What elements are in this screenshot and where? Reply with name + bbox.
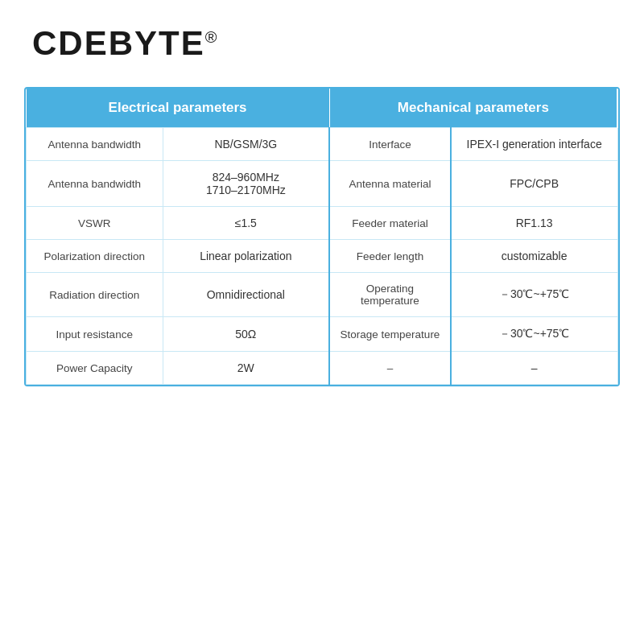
mech-label-0: Interface [329,128,451,161]
elec-value-3: Linear polarization [163,240,329,273]
mech-value-5: －30℃~+75℃ [451,317,617,352]
registered-symbol: ® [205,28,219,46]
table-header-row: Electrical parameters Mechanical paramet… [27,89,618,128]
elec-label-6: Power Capacity [27,352,163,385]
mech-value-4: －30℃~+75℃ [451,273,617,317]
mech-value-3: customizable [451,240,617,273]
mech-label-1: Antenna material [329,161,451,207]
elec-label-2: VSWR [27,207,163,240]
elec-value-5: 50Ω [163,317,329,352]
table-row: Radiation direction Omnidirectional Oper… [27,273,618,317]
elec-label-4: Radiation direction [27,273,163,317]
specs-table: Electrical parameters Mechanical paramet… [26,89,618,385]
table-row: Polarization direction Linear polarizati… [27,240,618,273]
mech-label-3: Feeder length [329,240,451,273]
mech-label-4: Operating temperature [329,273,451,317]
elec-value-0: NB/GSM/3G [163,128,329,161]
mech-value-1: FPC/CPB [451,161,617,207]
brand-logo: CDEBYTE® [32,24,218,62]
page-wrapper: CDEBYTE® Electrical parameters Mechanica… [0,0,644,644]
mech-label-2: Feeder material [329,207,451,240]
table-row: Antenna bandwidth 824–960MHz1710–2170MHz… [27,161,618,207]
table-row: Antenna bandwidth NB/GSM/3G Interface IP… [27,128,618,161]
mech-label-6: – [329,352,451,385]
table-body: Antenna bandwidth NB/GSM/3G Interface IP… [27,128,618,385]
brand-name: CDEBYTE [32,24,205,62]
elec-value-4: Omnidirectional [163,273,329,317]
table-row: Power Capacity 2W – – [27,352,618,385]
elec-value-2: ≤1.5 [163,207,329,240]
elec-value-1: 824–960MHz1710–2170MHz [163,161,329,207]
elec-label-3: Polarization direction [27,240,163,273]
specs-table-container: Electrical parameters Mechanical paramet… [24,87,620,386]
mech-value-6: – [451,352,617,385]
table-row: Input resistance 50Ω Storage temperature… [27,317,618,352]
logo-area: CDEBYTE® [24,16,620,79]
elec-label-1: Antenna bandwidth [27,161,163,207]
elec-label-5: Input resistance [27,317,163,352]
mech-label-5: Storage temperature [329,317,451,352]
mechanical-params-header: Mechanical parameters [329,89,617,128]
elec-value-6: 2W [163,352,329,385]
elec-label-0: Antenna bandwidth [27,128,163,161]
mech-value-2: RF1.13 [451,207,617,240]
mech-value-0: IPEX-I generation interface [451,128,617,161]
electrical-params-header: Electrical parameters [27,89,330,128]
table-row: VSWR ≤1.5 Feeder material RF1.13 [27,207,618,240]
